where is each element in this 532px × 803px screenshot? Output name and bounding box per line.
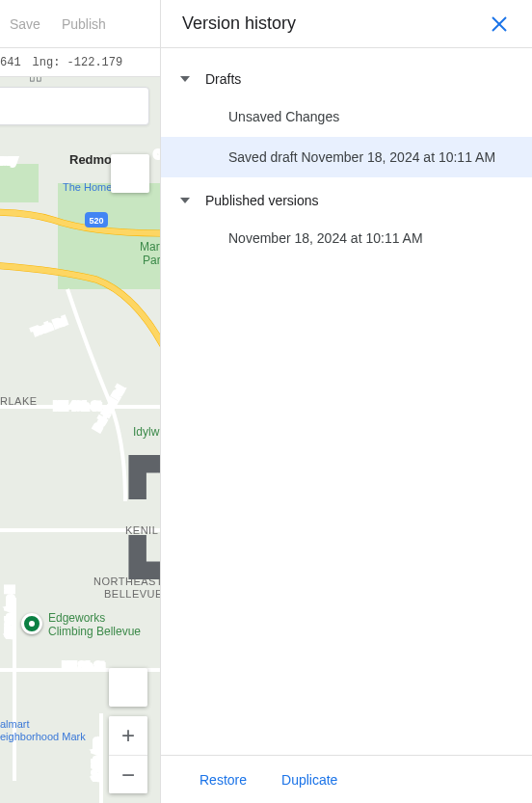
neigh-overlake: RLAKE xyxy=(0,395,38,407)
chevron-down-icon xyxy=(180,198,190,203)
road-tosh: Tosh Rd xyxy=(31,315,67,337)
lng-value: lng: -122.179 xyxy=(33,56,123,69)
my-location-button[interactable] xyxy=(109,668,147,707)
library-label: rary xyxy=(0,155,16,166)
section-drafts[interactable]: Drafts xyxy=(161,62,532,96)
version-item-published[interactable]: November 18, 2024 at 10:11 AM xyxy=(161,218,532,258)
road-ne8: NE 8th St xyxy=(63,661,104,672)
version-history-panel: Version history Drafts Unsaved Changes S… xyxy=(160,0,532,803)
publish-button[interactable]: Publish xyxy=(62,16,106,32)
road-164: 164th Ave xyxy=(92,737,102,781)
section-drafts-label: Drafts xyxy=(205,71,241,87)
highway-shield: 520 xyxy=(89,216,103,226)
target-icon xyxy=(109,668,160,803)
library-icon: ▯▯ xyxy=(29,77,42,83)
poi-edge1: Edgeworks xyxy=(48,611,105,625)
restore-button[interactable]: Restore xyxy=(200,772,247,788)
save-button[interactable]: Save xyxy=(10,16,40,32)
fullscreen-button[interactable] xyxy=(111,154,149,193)
panel-title: Version history xyxy=(182,13,296,34)
duplicate-button[interactable]: Duplicate xyxy=(281,772,337,788)
road-ne40: NE 40th St xyxy=(54,401,101,412)
toolbar: Save Publish xyxy=(0,0,160,48)
section-published-label: Published versions xyxy=(205,193,319,208)
road-156: 156th Ave N xyxy=(5,586,15,638)
section-published[interactable]: Published versions xyxy=(161,183,532,218)
lat-value: 641 xyxy=(0,56,21,69)
poi-wal1: almart xyxy=(0,718,30,730)
poi-wal2: eighborhood Mark xyxy=(0,731,86,742)
panel-body: Drafts Unsaved Changes Saved draft Novem… xyxy=(161,48,532,755)
coords-bar: 641 lng: -122.179 xyxy=(0,48,160,77)
close-button[interactable] xyxy=(488,13,511,36)
panel-header: Version history xyxy=(161,0,532,48)
close-icon xyxy=(491,15,508,33)
map-canvas[interactable]: 520 Redmond rary Cast The Home Dep Mary … xyxy=(0,77,160,803)
version-item-saved-draft[interactable]: Saved draft November 18, 2024 at 10:11 A… xyxy=(161,137,532,177)
version-item-unsaved[interactable]: Unsaved Changes xyxy=(161,96,532,137)
panel-footer: Restore Duplicate xyxy=(161,755,532,803)
map-controls: + − xyxy=(109,668,147,793)
svg-rect-1 xyxy=(0,164,39,202)
chevron-down-icon xyxy=(180,76,190,82)
map-search-box[interactable] xyxy=(0,87,149,125)
map-marker[interactable] xyxy=(21,613,42,634)
